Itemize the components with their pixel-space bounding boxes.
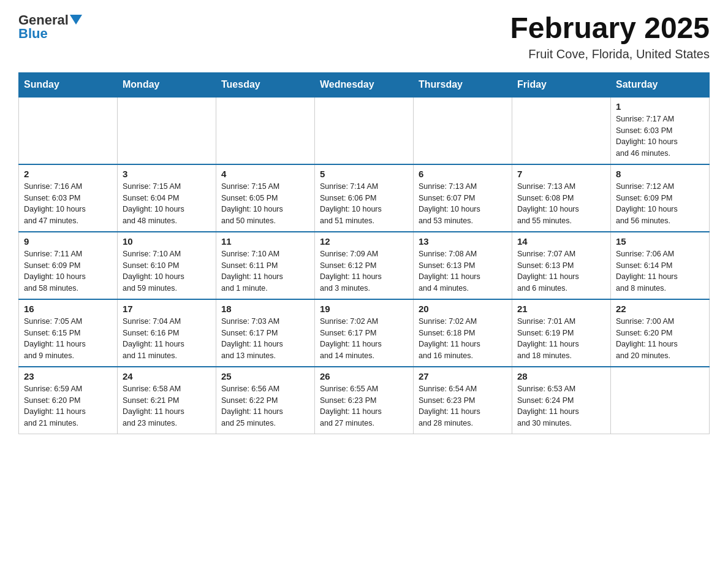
day-number: 11 — [221, 236, 309, 247]
day-number: 10 — [123, 236, 211, 247]
day-info: Sunrise: 6:59 AM Sunset: 6:20 PM Dayligh… — [24, 383, 112, 429]
day-number: 13 — [419, 236, 507, 247]
day-info: Sunrise: 7:04 AM Sunset: 6:16 PM Dayligh… — [123, 316, 211, 362]
calendar-cell: 27Sunrise: 6:54 AM Sunset: 6:23 PM Dayli… — [414, 367, 512, 434]
calendar-cell: 23Sunrise: 6:59 AM Sunset: 6:20 PM Dayli… — [19, 367, 118, 434]
calendar-cell: 7Sunrise: 7:13 AM Sunset: 6:08 PM Daylig… — [512, 164, 611, 232]
day-info: Sunrise: 7:08 AM Sunset: 6:13 PM Dayligh… — [419, 248, 507, 294]
day-info: Sunrise: 7:10 AM Sunset: 6:10 PM Dayligh… — [123, 248, 211, 294]
weekday-header-row: SundayMondayTuesdayWednesdayThursdayFrid… — [19, 72, 710, 97]
calendar-cell: 5Sunrise: 7:14 AM Sunset: 6:06 PM Daylig… — [315, 164, 414, 232]
day-info: Sunrise: 7:07 AM Sunset: 6:13 PM Dayligh… — [517, 248, 605, 294]
calendar-cell: 20Sunrise: 7:02 AM Sunset: 6:18 PM Dayli… — [414, 299, 512, 367]
day-number: 27 — [419, 371, 507, 381]
day-number: 4 — [221, 169, 309, 179]
calendar-cell: 24Sunrise: 6:58 AM Sunset: 6:21 PM Dayli… — [118, 367, 216, 434]
weekday-header-thursday: Thursday — [414, 72, 512, 97]
calendar-cell: 25Sunrise: 6:56 AM Sunset: 6:22 PM Dayli… — [216, 367, 315, 434]
calendar-cell: 13Sunrise: 7:08 AM Sunset: 6:13 PM Dayli… — [414, 232, 512, 299]
day-number: 28 — [517, 371, 605, 381]
calendar-cell: 22Sunrise: 7:00 AM Sunset: 6:20 PM Dayli… — [611, 299, 710, 367]
month-title: February 2025 — [510, 12, 710, 45]
day-info: Sunrise: 7:14 AM Sunset: 6:06 PM Dayligh… — [320, 181, 408, 227]
title-area: February 2025 Fruit Cove, Florida, Unite… — [510, 12, 710, 61]
day-number: 15 — [616, 236, 704, 247]
day-info: Sunrise: 7:02 AM Sunset: 6:18 PM Dayligh… — [419, 316, 507, 362]
day-info: Sunrise: 7:15 AM Sunset: 6:05 PM Dayligh… — [221, 181, 309, 227]
calendar-cell — [216, 97, 315, 164]
calendar-cell: 4Sunrise: 7:15 AM Sunset: 6:05 PM Daylig… — [216, 164, 315, 232]
day-number: 25 — [221, 371, 309, 381]
calendar-cell — [611, 367, 710, 434]
day-info: Sunrise: 7:03 AM Sunset: 6:17 PM Dayligh… — [221, 316, 309, 362]
day-info: Sunrise: 7:05 AM Sunset: 6:15 PM Dayligh… — [24, 316, 112, 362]
day-info: Sunrise: 6:55 AM Sunset: 6:23 PM Dayligh… — [320, 383, 408, 429]
day-number: 3 — [123, 169, 211, 179]
day-info: Sunrise: 7:15 AM Sunset: 6:04 PM Dayligh… — [123, 181, 211, 227]
calendar-cell: 9Sunrise: 7:11 AM Sunset: 6:09 PM Daylig… — [19, 232, 118, 299]
calendar-cell — [118, 97, 216, 164]
weekday-header-saturday: Saturday — [611, 72, 710, 97]
calendar-cell: 12Sunrise: 7:09 AM Sunset: 6:12 PM Dayli… — [315, 232, 414, 299]
logo-triangle-icon — [70, 15, 82, 25]
week-row-4: 16Sunrise: 7:05 AM Sunset: 6:15 PM Dayli… — [19, 299, 710, 367]
calendar-cell — [414, 97, 512, 164]
calendar-cell: 17Sunrise: 7:04 AM Sunset: 6:16 PM Dayli… — [118, 299, 216, 367]
day-info: Sunrise: 6:54 AM Sunset: 6:23 PM Dayligh… — [419, 383, 507, 429]
calendar-table: SundayMondayTuesdayWednesdayThursdayFrid… — [18, 72, 710, 435]
day-number: 2 — [24, 169, 112, 179]
day-info: Sunrise: 6:58 AM Sunset: 6:21 PM Dayligh… — [123, 383, 211, 429]
weekday-header-sunday: Sunday — [19, 72, 118, 97]
day-number: 16 — [24, 304, 112, 314]
day-number: 18 — [221, 304, 309, 314]
day-info: Sunrise: 7:00 AM Sunset: 6:20 PM Dayligh… — [616, 316, 704, 362]
week-row-3: 9Sunrise: 7:11 AM Sunset: 6:09 PM Daylig… — [19, 232, 710, 299]
calendar-cell: 19Sunrise: 7:02 AM Sunset: 6:17 PM Dayli… — [315, 299, 414, 367]
calendar-cell: 6Sunrise: 7:13 AM Sunset: 6:07 PM Daylig… — [414, 164, 512, 232]
day-number: 21 — [517, 304, 605, 314]
weekday-header-monday: Monday — [118, 72, 216, 97]
day-info: Sunrise: 7:06 AM Sunset: 6:14 PM Dayligh… — [616, 248, 704, 294]
week-row-2: 2Sunrise: 7:16 AM Sunset: 6:03 PM Daylig… — [19, 164, 710, 232]
day-number: 1 — [616, 101, 704, 112]
day-number: 26 — [320, 371, 408, 381]
day-info: Sunrise: 7:02 AM Sunset: 6:17 PM Dayligh… — [320, 316, 408, 362]
calendar-cell: 14Sunrise: 7:07 AM Sunset: 6:13 PM Dayli… — [512, 232, 611, 299]
day-info: Sunrise: 7:16 AM Sunset: 6:03 PM Dayligh… — [24, 181, 112, 227]
weekday-header-wednesday: Wednesday — [315, 72, 414, 97]
day-number: 17 — [123, 304, 211, 314]
calendar-cell: 8Sunrise: 7:12 AM Sunset: 6:09 PM Daylig… — [611, 164, 710, 232]
day-info: Sunrise: 7:13 AM Sunset: 6:08 PM Dayligh… — [517, 181, 605, 227]
day-number: 12 — [320, 236, 408, 247]
calendar-cell: 10Sunrise: 7:10 AM Sunset: 6:10 PM Dayli… — [118, 232, 216, 299]
location-title: Fruit Cove, Florida, United States — [510, 47, 710, 61]
logo-blue-text: Blue — [18, 26, 48, 41]
day-number: 22 — [616, 304, 704, 314]
day-info: Sunrise: 7:01 AM Sunset: 6:19 PM Dayligh… — [517, 316, 605, 362]
calendar-cell: 15Sunrise: 7:06 AM Sunset: 6:14 PM Dayli… — [611, 232, 710, 299]
day-info: Sunrise: 7:10 AM Sunset: 6:11 PM Dayligh… — [221, 248, 309, 294]
week-row-1: 1Sunrise: 7:17 AM Sunset: 6:03 PM Daylig… — [19, 97, 710, 164]
calendar-cell: 26Sunrise: 6:55 AM Sunset: 6:23 PM Dayli… — [315, 367, 414, 434]
day-number: 9 — [24, 236, 112, 247]
day-number: 19 — [320, 304, 408, 314]
calendar-cell: 2Sunrise: 7:16 AM Sunset: 6:03 PM Daylig… — [19, 164, 118, 232]
calendar-cell: 11Sunrise: 7:10 AM Sunset: 6:11 PM Dayli… — [216, 232, 315, 299]
day-info: Sunrise: 7:17 AM Sunset: 6:03 PM Dayligh… — [616, 113, 704, 159]
header: General Blue February 2025 Fruit Cove, F… — [18, 12, 710, 61]
calendar-cell: 16Sunrise: 7:05 AM Sunset: 6:15 PM Dayli… — [19, 299, 118, 367]
logo-area: General Blue — [18, 12, 82, 42]
weekday-header-friday: Friday — [512, 72, 611, 97]
day-info: Sunrise: 7:11 AM Sunset: 6:09 PM Dayligh… — [24, 248, 112, 294]
week-row-5: 23Sunrise: 6:59 AM Sunset: 6:20 PM Dayli… — [19, 367, 710, 434]
day-number: 7 — [517, 169, 605, 179]
day-info: Sunrise: 7:09 AM Sunset: 6:12 PM Dayligh… — [320, 248, 408, 294]
day-number: 23 — [24, 371, 112, 381]
day-number: 20 — [419, 304, 507, 314]
calendar-cell: 28Sunrise: 6:53 AM Sunset: 6:24 PM Dayli… — [512, 367, 611, 434]
day-info: Sunrise: 7:13 AM Sunset: 6:07 PM Dayligh… — [419, 181, 507, 227]
day-number: 5 — [320, 169, 408, 179]
day-info: Sunrise: 7:12 AM Sunset: 6:09 PM Dayligh… — [616, 181, 704, 227]
day-number: 8 — [616, 169, 704, 179]
day-number: 6 — [419, 169, 507, 179]
